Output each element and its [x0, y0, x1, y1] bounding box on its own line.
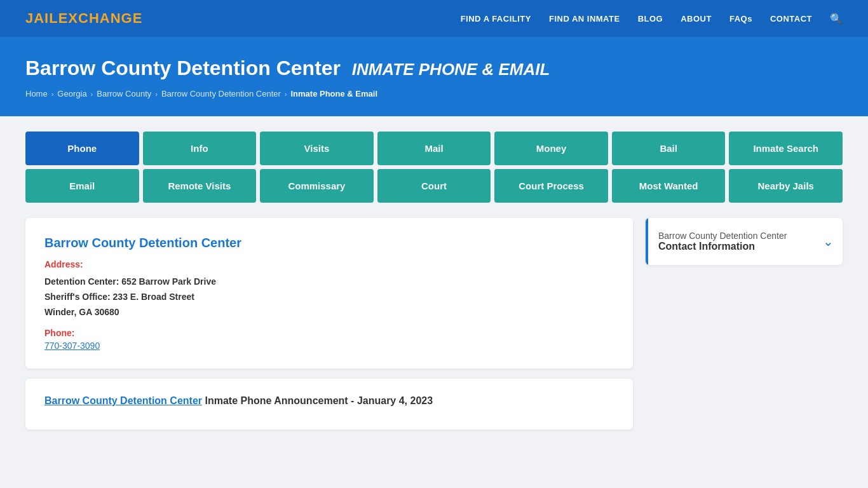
btn-nearby-jails[interactable]: Nearby Jails	[729, 169, 843, 203]
page-title-italic: INMATE PHONE & EMAIL	[352, 60, 550, 79]
page-title: Barrow County Detention Center INMATE PH…	[25, 56, 843, 80]
main-content: Phone Info Visits Mail Money Bail Inmate…	[0, 116, 868, 444]
announcement-rest: Inmate Phone Announcement - January 4, 2…	[202, 395, 433, 406]
nav-contact[interactable]: CONTACT	[770, 14, 812, 24]
breadcrumb-sep-3: ›	[155, 90, 158, 98]
btn-money[interactable]: Money	[494, 132, 608, 165]
hero-banner: Barrow County Detention Center INMATE PH…	[0, 37, 868, 116]
address-label: Address:	[44, 259, 614, 269]
nav-buttons-row1: Phone Info Visits Mail Money Bail Inmate…	[25, 132, 843, 165]
address-line-3: Winder, GA 30680	[44, 305, 614, 320]
page-title-main: Barrow County Detention Center	[25, 57, 341, 79]
btn-email[interactable]: Email	[25, 169, 139, 203]
sidebar-card-inner: Barrow County Detention Center Contact I…	[646, 218, 843, 265]
site-logo[interactable]: JAILEXCHANGE	[25, 10, 142, 27]
address-line-1: Detention Center: 652 Barrow Park Drive	[44, 274, 614, 290]
sidebar-title-line1: Barrow County Detention Center	[658, 231, 804, 241]
breadcrumb-home[interactable]: Home	[25, 89, 48, 98]
phone-label: Phone:	[44, 328, 614, 338]
nav-buttons-row2: Email Remote Visits Commissary Court Cou…	[25, 169, 843, 203]
main-info-card: Barrow County Detention Center Address: …	[25, 218, 633, 368]
breadcrumb-detention-center[interactable]: Barrow County Detention Center	[161, 89, 281, 98]
breadcrumb-sep-1: ›	[51, 90, 54, 98]
cards-row: Barrow County Detention Center Address: …	[25, 218, 843, 429]
btn-mail[interactable]: Mail	[377, 132, 491, 165]
site-header: JAILEXCHANGE FIND A FACILITY FIND AN INM…	[0, 0, 868, 37]
nav-find-inmate[interactable]: FIND AN INMATE	[549, 14, 620, 24]
sidebar-card-content: Barrow County Detention Center Contact I…	[648, 218, 814, 265]
address-line-2: Sheriff's Office: 233 E. Broad Street	[44, 290, 614, 305]
nav-about[interactable]: ABOUT	[681, 14, 712, 24]
sidebar-card[interactable]: Barrow County Detention Center Contact I…	[646, 218, 843, 265]
btn-bail[interactable]: Bail	[612, 132, 726, 165]
breadcrumb-georgia[interactable]: Georgia	[57, 89, 86, 98]
phone-number[interactable]: 770-307-3090	[44, 341, 100, 351]
main-nav: FIND A FACILITY FIND AN INMATE BLOG ABOU…	[461, 13, 843, 25]
btn-remote-visits[interactable]: Remote Visits	[143, 169, 257, 203]
nav-blog[interactable]: BLOG	[638, 14, 663, 24]
search-icon[interactable]: 🔍	[830, 13, 843, 25]
btn-inmate-search[interactable]: Inmate Search	[729, 132, 843, 165]
breadcrumb: Home › Georgia › Barrow County › Barrow …	[25, 89, 843, 98]
sidebar-title-line2: Contact Information	[658, 241, 804, 252]
cards-col-left: Barrow County Detention Center Address: …	[25, 218, 633, 429]
breadcrumb-sep-4: ›	[285, 90, 287, 98]
facility-name: Barrow County Detention Center	[44, 236, 614, 250]
breadcrumb-barrow-county[interactable]: Barrow County	[97, 89, 151, 98]
btn-court-process[interactable]: Court Process	[494, 169, 608, 203]
btn-visits[interactable]: Visits	[260, 132, 374, 165]
btn-most-wanted[interactable]: Most Wanted	[612, 169, 726, 203]
chevron-down-icon[interactable]: ⌄	[814, 218, 843, 265]
btn-court[interactable]: Court	[377, 169, 491, 203]
logo-exchange: EXCHANGE	[58, 10, 143, 26]
announcement-card: Barrow County Detention Center Inmate Ph…	[25, 379, 633, 430]
announcement-link[interactable]: Barrow County Detention Center	[44, 395, 202, 406]
announcement-title: Barrow County Detention Center Inmate Ph…	[44, 394, 614, 408]
logo-jail: JAIL	[25, 10, 58, 26]
breadcrumb-sep-2: ›	[91, 90, 93, 98]
breadcrumb-current: Inmate Phone & Email	[290, 89, 377, 98]
btn-commissary[interactable]: Commissary	[260, 169, 374, 203]
btn-phone[interactable]: Phone	[25, 132, 139, 165]
nav-find-facility[interactable]: FIND A FACILITY	[461, 14, 531, 24]
btn-info[interactable]: Info	[143, 132, 257, 165]
nav-faqs[interactable]: FAQs	[729, 14, 752, 24]
